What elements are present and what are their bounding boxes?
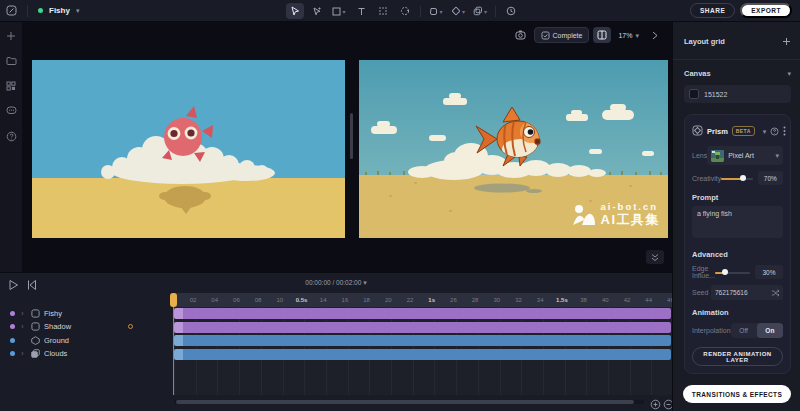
watermark: ai-bot.cn AI工具集 bbox=[572, 202, 661, 228]
select-tool-button[interactable] bbox=[286, 3, 304, 19]
ruler-tick: 28 bbox=[472, 297, 479, 303]
history-tool-button[interactable] bbox=[502, 3, 520, 19]
add-layout-grid-button[interactable] bbox=[782, 32, 791, 50]
ruler-tick: 04 bbox=[211, 297, 218, 303]
render-animation-layer-button[interactable]: RENDER ANIMATION LAYER bbox=[692, 347, 783, 366]
canvas-color-swatch[interactable] bbox=[689, 89, 699, 99]
folder-icon[interactable] bbox=[5, 55, 17, 67]
instances-tool-chevron-icon[interactable]: ▾ bbox=[484, 8, 487, 15]
prism-title: Prism bbox=[707, 127, 728, 136]
layer-type-icon bbox=[30, 322, 40, 331]
export-button[interactable]: EXPORT bbox=[740, 3, 792, 18]
timeline-scrollbar-handle[interactable] bbox=[176, 400, 634, 404]
advanced-label: Advanced bbox=[692, 250, 783, 259]
ruler-tick: 38 bbox=[580, 297, 587, 303]
transitions-effects-button[interactable]: TRANSITIONS & EFFECTS bbox=[683, 385, 791, 403]
canvas-section-chevron-icon[interactable]: ▾ bbox=[787, 70, 791, 77]
shape-tool-chevron-icon[interactable]: ▾ bbox=[439, 8, 442, 15]
comments-icon[interactable] bbox=[5, 105, 17, 117]
timeline-zoom-in-button[interactable] bbox=[650, 396, 661, 411]
timeline-track-area[interactable] bbox=[174, 307, 672, 395]
assets-grid-icon[interactable] bbox=[5, 80, 17, 92]
snapshot-button[interactable] bbox=[512, 27, 530, 43]
zoom-chevron-icon: ▾ bbox=[635, 32, 639, 39]
playhead-handle[interactable] bbox=[170, 293, 177, 307]
text-tool-button[interactable] bbox=[352, 3, 370, 19]
timeline-scrollbar[interactable] bbox=[174, 400, 644, 404]
transform-tool-button[interactable] bbox=[396, 3, 414, 19]
canvas-color-field[interactable]: 151522 bbox=[684, 85, 791, 103]
share-button[interactable]: SHARE bbox=[690, 3, 735, 18]
rectangle-tool-button[interactable]: ▾ bbox=[330, 3, 348, 19]
diamond-tool-chevron-icon[interactable]: ▾ bbox=[462, 8, 465, 15]
project-name[interactable]: Fishy bbox=[49, 6, 70, 15]
right-sidebar: Layout grid Canvas ▾ 151522 Prism BETA ▾… bbox=[672, 22, 800, 411]
canvas-scrollbar[interactable] bbox=[350, 113, 353, 159]
ruler-tick: 26 bbox=[450, 297, 457, 303]
lens-label: Lens bbox=[692, 152, 707, 159]
shape-tool-button[interactable]: ▾ bbox=[427, 3, 445, 19]
add-icon[interactable] bbox=[5, 30, 17, 42]
ruler-tick: 02 bbox=[190, 297, 197, 303]
watermark-logo-icon bbox=[572, 204, 596, 226]
creativity-value[interactable]: 70% bbox=[758, 171, 783, 185]
layer-row-ground[interactable]: Ground bbox=[0, 334, 174, 346]
prism-menu-icon[interactable] bbox=[783, 122, 786, 140]
edge-influence-label: Edge Influe... bbox=[692, 265, 715, 279]
app-logo-icon[interactable] bbox=[6, 2, 17, 20]
layer-name: Fishy bbox=[44, 309, 62, 318]
prism-help-icon[interactable] bbox=[770, 122, 779, 140]
layer-row-shadow[interactable]: ›Shadow bbox=[0, 321, 174, 333]
animation-frame-render[interactable]: ai-bot.cn AI工具集 bbox=[359, 60, 668, 238]
track-bar-shadow[interactable] bbox=[174, 322, 671, 333]
zoom-level-dropdown[interactable]: 17% ▾ bbox=[615, 27, 642, 43]
layer-row-fishy[interactable]: ›Fishy bbox=[0, 307, 174, 319]
divider bbox=[673, 59, 800, 60]
direct-select-tool-button[interactable] bbox=[308, 3, 326, 19]
project-menu-chevron-icon[interactable]: ▾ bbox=[76, 7, 80, 14]
canvas-viewport[interactable]: ai-bot.cn AI工具集 Complete 17% ▾ bbox=[22, 22, 672, 272]
edge-influence-slider[interactable] bbox=[715, 267, 750, 277]
seed-field[interactable] bbox=[711, 285, 783, 300]
split-view-button[interactable] bbox=[593, 27, 611, 43]
complete-label: Complete bbox=[553, 32, 583, 39]
layer-expand-chevron-icon[interactable]: › bbox=[19, 323, 26, 330]
lens-dropdown[interactable]: Pixel Art ▾ bbox=[707, 146, 783, 165]
layer-name: Shadow bbox=[44, 322, 71, 331]
prism-panel: Prism BETA ▾ Lens Pixel Art ▾ Creativi bbox=[684, 114, 791, 374]
animation-frame-source[interactable] bbox=[32, 60, 345, 238]
keyframe-indicator[interactable] bbox=[128, 324, 133, 329]
help-icon[interactable] bbox=[5, 130, 17, 142]
next-frame-button[interactable] bbox=[646, 27, 664, 43]
lens-chevron-icon: ▾ bbox=[775, 152, 779, 159]
layer-row-clouds[interactable]: ›Clouds bbox=[0, 348, 174, 360]
layer-expand-chevron-icon[interactable]: › bbox=[19, 310, 26, 317]
ruler-tick: 06 bbox=[233, 297, 240, 303]
timeline-ruler[interactable]: 02040608100.5s14161820221s26283032341.5s… bbox=[174, 293, 672, 307]
shuffle-seed-icon[interactable] bbox=[771, 289, 779, 297]
seed-input[interactable] bbox=[715, 289, 768, 296]
complete-button[interactable]: Complete bbox=[534, 27, 590, 43]
ruler-tick: 16 bbox=[342, 297, 349, 303]
creativity-label: Creativity bbox=[692, 175, 721, 182]
instances-tool-button[interactable]: ▾ bbox=[471, 3, 489, 19]
prompt-input[interactable]: a flying fish bbox=[692, 206, 783, 238]
toolbar-separator bbox=[495, 6, 496, 17]
layer-expand-chevron-icon[interactable]: › bbox=[19, 350, 26, 357]
collapse-panel-button[interactable] bbox=[646, 250, 664, 264]
timecode-display[interactable]: 00:00:00 / 00:02:00 ▾ bbox=[0, 279, 672, 286]
rectangle-tool-chevron-icon[interactable]: ▾ bbox=[342, 8, 345, 15]
diamond-tool-button[interactable]: ▾ bbox=[449, 3, 467, 19]
creativity-slider[interactable] bbox=[721, 173, 752, 183]
track-bar-clouds[interactable] bbox=[174, 349, 671, 360]
prism-collapse-chevron-icon[interactable]: ▾ bbox=[763, 128, 767, 135]
interpolation-option-off[interactable]: Off bbox=[731, 323, 757, 338]
timecode-chevron-icon: ▾ bbox=[363, 279, 367, 286]
ruler-tick: 18 bbox=[363, 297, 370, 303]
interpolation-option-on[interactable]: On bbox=[757, 323, 783, 338]
dither-tool-button[interactable] bbox=[374, 3, 392, 19]
ruler-tick: 30 bbox=[493, 297, 500, 303]
track-bar-fishy[interactable] bbox=[174, 308, 671, 319]
track-bar-ground[interactable] bbox=[174, 335, 671, 346]
edge-influence-value[interactable]: 30% bbox=[755, 265, 783, 279]
